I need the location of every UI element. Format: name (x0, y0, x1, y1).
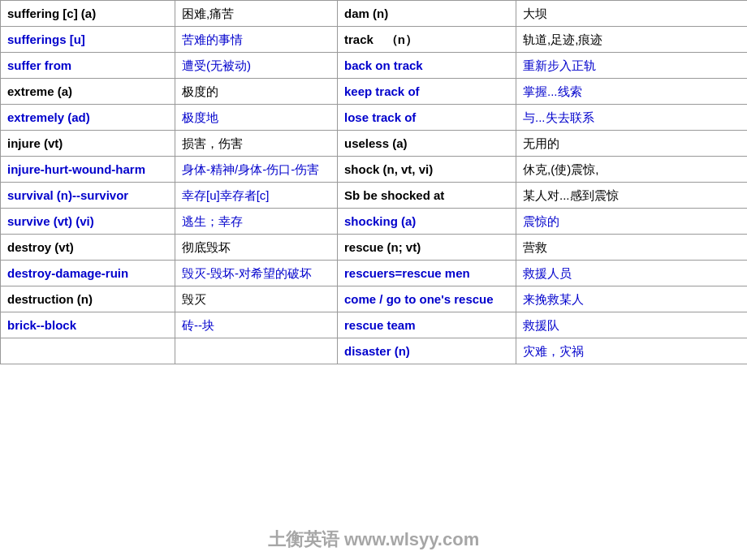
right-zh-cell: 灾难，灾祸 (516, 338, 748, 364)
left-en-cell: extreme (a) (1, 79, 175, 105)
left-zh-cell: 幸存[u]幸存者[c] (175, 183, 338, 209)
left-en-cell (1, 338, 175, 364)
right-zh-cell: 休克,(使)震惊, (516, 157, 748, 183)
left-zh-cell: 毁灭 (175, 286, 338, 312)
left-zh-cell: 极度地 (175, 105, 338, 131)
left-zh-cell: 遭受(无被动) (175, 53, 338, 79)
right-en-cell: keep track of (338, 79, 516, 105)
right-zh-cell: 营救 (516, 235, 748, 261)
right-zh-cell: 与...失去联系 (516, 105, 748, 131)
right-en-cell: track （n） (338, 27, 516, 53)
left-en-cell: injure (vt) (1, 131, 175, 157)
left-en-cell: survive (vt) (vi) (1, 209, 175, 235)
left-zh-cell: 砖--块 (175, 312, 338, 338)
right-zh-cell: 无用的 (516, 131, 748, 157)
right-zh-cell: 掌握...线索 (516, 79, 748, 105)
watermark: 土衡英语 www.wlsyy.com (268, 528, 479, 552)
right-en-cell: back on track (338, 53, 516, 79)
right-en-cell: useless (a) (338, 131, 516, 157)
right-zh-cell: 大坝 (516, 1, 748, 27)
left-zh-cell: 毁灭-毁坏-对希望的破坏 (175, 261, 338, 286)
left-en-cell: injure-hurt-wound-harm (1, 157, 175, 183)
right-zh-cell: 救援队 (516, 312, 748, 338)
right-en-cell: lose track of (338, 105, 516, 131)
vocabulary-table: suffering [c] (a)困难,痛苦dam (n)大坝suffering… (0, 0, 747, 364)
left-zh-cell (175, 338, 338, 364)
right-zh-cell: 某人对...感到震惊 (516, 183, 748, 209)
left-en-cell: suffer from (1, 53, 175, 79)
left-zh-cell: 困难,痛苦 (175, 1, 338, 27)
right-en-cell: come / go to one's rescue (338, 286, 516, 312)
left-en-cell: extremely (ad) (1, 105, 175, 131)
right-zh-cell: 重新步入正轨 (516, 53, 748, 79)
left-en-cell: survival (n)--survivor (1, 183, 175, 209)
left-en-cell: destroy (vt) (1, 235, 175, 261)
right-en-cell: shock (n, vt, vi) (338, 157, 516, 183)
left-zh-cell: 彻底毁坏 (175, 235, 338, 261)
right-en-cell: rescue team (338, 312, 516, 338)
right-zh-cell: 救援人员 (516, 261, 748, 286)
right-zh-cell: 来挽救某人 (516, 286, 748, 312)
left-en-cell: destruction (n) (1, 286, 175, 312)
right-en-cell: shocking (a) (338, 209, 516, 235)
right-en-cell: disaster (n) (338, 338, 516, 364)
left-zh-cell: 逃生；幸存 (175, 209, 338, 235)
left-en-cell: destroy-damage-ruin (1, 261, 175, 286)
left-zh-cell: 损害，伤害 (175, 131, 338, 157)
right-en-cell: rescuers=rescue men (338, 261, 516, 286)
left-en-cell: suffering [c] (a) (1, 1, 175, 27)
left-zh-cell: 苦难的事情 (175, 27, 338, 53)
right-en-cell: rescue (n; vt) (338, 235, 516, 261)
right-zh-cell: 震惊的 (516, 209, 748, 235)
right-en-cell: dam (n) (338, 1, 516, 27)
right-zh-cell: 轨道,足迹,痕迹 (516, 27, 748, 53)
left-en-cell: brick--block (1, 312, 175, 338)
right-en-cell: Sb be shocked at (338, 183, 516, 209)
left-zh-cell: 身体-精神/身体-伤口-伤害 (175, 157, 338, 183)
left-en-cell: sufferings [u] (1, 27, 175, 53)
left-zh-cell: 极度的 (175, 79, 338, 105)
